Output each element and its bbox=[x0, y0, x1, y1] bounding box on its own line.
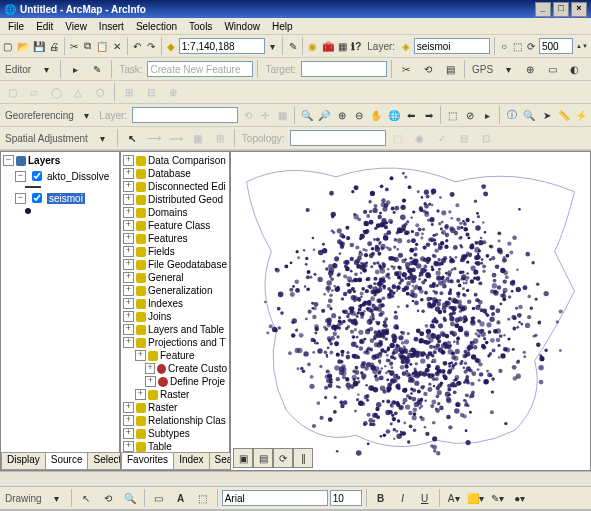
drawing-dropdown-icon[interactable]: ▾ bbox=[47, 488, 67, 508]
fixedzoomout-icon[interactable]: ⊖ bbox=[351, 105, 366, 125]
copy-icon[interactable]: ⧉ bbox=[82, 36, 94, 56]
scale-input[interactable] bbox=[179, 38, 265, 54]
add-data-icon[interactable]: ◆ bbox=[165, 36, 177, 56]
hyperlink-icon[interactable]: ⚡ bbox=[574, 105, 589, 125]
rotate-element-icon[interactable]: ⟲ bbox=[98, 488, 118, 508]
redo-icon[interactable]: ↷ bbox=[145, 36, 157, 56]
arctoolbox-icon[interactable]: 🧰 bbox=[321, 36, 335, 56]
fullextent-icon[interactable]: 🌐 bbox=[386, 105, 401, 125]
editor-toolbar-icon[interactable]: ✎ bbox=[287, 36, 299, 56]
toc-layer-akto[interactable]: − akto_Dissolve bbox=[3, 167, 117, 185]
tab-display[interactable]: Display bbox=[1, 453, 46, 470]
edit-tool-icon[interactable]: ▸ bbox=[65, 59, 85, 79]
tab-source[interactable]: Source bbox=[45, 453, 89, 470]
collapse-icon[interactable]: − bbox=[15, 193, 26, 204]
undo-icon[interactable]: ↶ bbox=[131, 36, 143, 56]
toc-layer-seismoi[interactable]: − seismoi bbox=[3, 189, 117, 207]
symbol-circle-icon[interactable]: ○ bbox=[498, 36, 510, 56]
menu-edit[interactable]: Edit bbox=[30, 21, 59, 32]
scale-dropdown-icon[interactable]: ▾ bbox=[267, 36, 279, 56]
rotate-tool-icon[interactable]: ⟲ bbox=[418, 59, 438, 79]
expand-icon[interactable]: + bbox=[145, 363, 155, 374]
toolbox-item[interactable]: +General bbox=[123, 271, 227, 284]
select-elements-icon[interactable]: ↖ bbox=[76, 488, 96, 508]
layer-name[interactable]: akto_Dissolve bbox=[47, 171, 109, 182]
menu-window[interactable]: Window bbox=[218, 21, 266, 32]
help-icon[interactable]: ℹ? bbox=[350, 36, 362, 56]
toolbox-item[interactable]: +Raster bbox=[123, 401, 227, 414]
spatial-dropdown-icon[interactable]: ▾ bbox=[93, 128, 113, 148]
split-icon[interactable]: ✂ bbox=[396, 59, 416, 79]
fontsize-dropdown[interactable] bbox=[330, 490, 362, 506]
select-arrow-icon[interactable]: ↖ bbox=[122, 128, 142, 148]
delete-icon[interactable]: ✕ bbox=[111, 36, 123, 56]
tab-favorites[interactable]: Favorites bbox=[121, 453, 174, 470]
refresh-icon[interactable]: ⟳ bbox=[273, 448, 293, 468]
clearsel-icon[interactable]: ⊘ bbox=[463, 105, 478, 125]
fixedzoomin-icon[interactable]: ⊕ bbox=[334, 105, 349, 125]
command-line-icon[interactable]: ▦ bbox=[337, 36, 349, 56]
editor-dropdown-icon[interactable]: ▾ bbox=[36, 59, 56, 79]
identify-icon[interactable]: ⓘ bbox=[504, 105, 519, 125]
menu-view[interactable]: View bbox=[59, 21, 93, 32]
expand-icon[interactable]: + bbox=[123, 246, 134, 257]
layer-checkbox[interactable] bbox=[32, 171, 42, 181]
expand-icon[interactable]: + bbox=[123, 233, 134, 244]
measure-icon[interactable]: 📏 bbox=[556, 105, 571, 125]
toolbox-item[interactable]: +Distributed Geod bbox=[123, 193, 227, 206]
pause-icon[interactable]: ‖ bbox=[293, 448, 313, 468]
symbol-fill-icon[interactable]: ⬚ bbox=[512, 36, 524, 56]
save-icon[interactable]: 💾 bbox=[32, 36, 46, 56]
goto-icon[interactable]: ➤ bbox=[539, 105, 554, 125]
toc-root[interactable]: − Layers bbox=[3, 154, 117, 167]
expand-icon[interactable]: + bbox=[123, 272, 134, 283]
nextext-icon[interactable]: ➡ bbox=[421, 105, 436, 125]
toolbox-item[interactable]: +Fields bbox=[123, 245, 227, 258]
gps-label[interactable]: GPS bbox=[469, 64, 496, 75]
print-icon[interactable]: 🖨 bbox=[48, 36, 60, 56]
menu-help[interactable]: Help bbox=[266, 21, 299, 32]
expand-icon[interactable]: + bbox=[123, 311, 134, 322]
expand-icon[interactable]: + bbox=[123, 181, 134, 192]
map-canvas[interactable] bbox=[231, 152, 590, 470]
sketch-tool-icon[interactable]: ✎ bbox=[87, 59, 107, 79]
expand-icon[interactable]: + bbox=[145, 376, 156, 387]
open-icon[interactable]: 📂 bbox=[16, 36, 30, 56]
tab-index[interactable]: Index bbox=[173, 453, 209, 470]
toolbox-item[interactable]: +Subtypes bbox=[123, 427, 227, 440]
toolbox-item[interactable]: +Table bbox=[123, 440, 227, 452]
gps-dropdown-icon[interactable]: ▾ bbox=[498, 59, 518, 79]
toolbox-item[interactable]: +Feature Class bbox=[123, 219, 227, 232]
markercolor-button[interactable]: ●▾ bbox=[510, 488, 530, 508]
new-text-icon[interactable]: A bbox=[171, 488, 191, 508]
toolbox-item[interactable]: +Indexes bbox=[123, 297, 227, 310]
expand-icon[interactable]: + bbox=[123, 155, 134, 166]
toolbox-item[interactable]: +Raster bbox=[123, 388, 227, 401]
horizontal-scrollbar[interactable] bbox=[0, 471, 591, 486]
fillcolor-button[interactable]: 🟨▾ bbox=[466, 488, 486, 508]
expand-icon[interactable]: + bbox=[123, 415, 134, 426]
toolbox-item[interactable]: +Domains bbox=[123, 206, 227, 219]
layer-name-selected[interactable]: seismoi bbox=[47, 193, 85, 204]
gps-log-icon[interactable]: ▭ bbox=[542, 59, 562, 79]
italic-button[interactable]: I bbox=[393, 488, 413, 508]
layer-dropdown[interactable] bbox=[414, 38, 490, 54]
gps-nav-icon[interactable]: ◐ bbox=[564, 59, 584, 79]
expand-icon[interactable]: + bbox=[123, 285, 134, 296]
pan-icon[interactable]: ✋ bbox=[369, 105, 384, 125]
expand-icon[interactable]: + bbox=[135, 389, 146, 400]
drawing-menu[interactable]: Drawing bbox=[2, 493, 45, 504]
close-button[interactable]: × bbox=[571, 2, 587, 17]
toolbox-item[interactable]: +Define Proje bbox=[123, 375, 227, 388]
zoomout-icon[interactable]: 🔎 bbox=[317, 105, 332, 125]
spatial-menu[interactable]: Spatial Adjustment bbox=[2, 133, 91, 144]
maximize-button[interactable]: □ bbox=[553, 2, 569, 17]
toolbox-item[interactable]: +Projections and T bbox=[123, 336, 227, 349]
minimize-button[interactable]: _ bbox=[535, 2, 551, 17]
toolbox-item[interactable]: +Database bbox=[123, 167, 227, 180]
expand-icon[interactable]: + bbox=[123, 194, 134, 205]
expand-icon[interactable]: + bbox=[123, 402, 134, 413]
spin-up-icon[interactable]: ▲▼ bbox=[575, 36, 589, 56]
select-icon[interactable]: ⬚ bbox=[445, 105, 460, 125]
new-rect-icon[interactable]: ▭ bbox=[149, 488, 169, 508]
